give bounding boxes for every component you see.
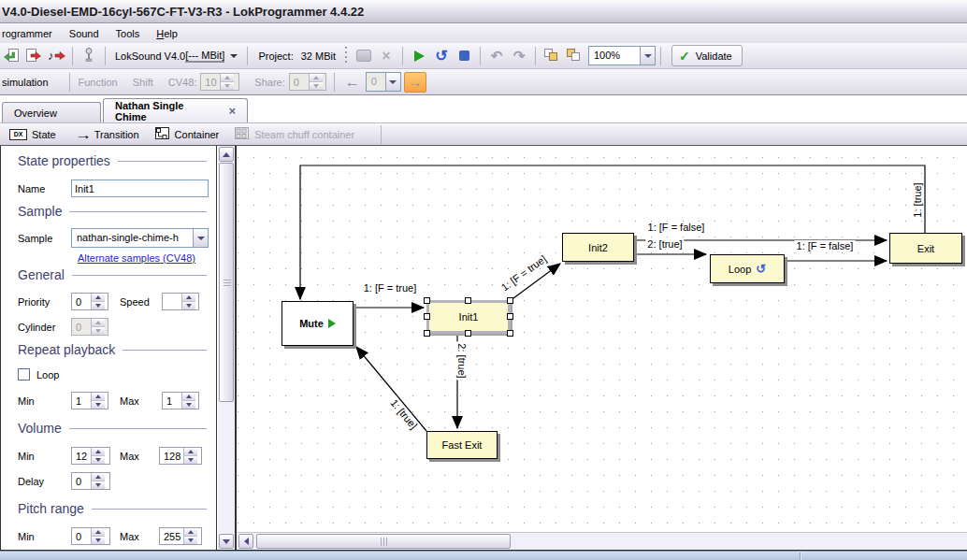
delay-stepper[interactable]: 0 bbox=[71, 472, 110, 490]
state-tool[interactable]: DX State bbox=[9, 129, 56, 140]
spin-down-icon[interactable] bbox=[92, 481, 105, 489]
name-row: Name bbox=[18, 179, 209, 197]
close-tab-icon[interactable]: × bbox=[228, 105, 236, 117]
spin-up-icon[interactable] bbox=[92, 473, 105, 481]
repeat-max-stepper[interactable]: 1 bbox=[162, 392, 199, 409]
sample-combobox[interactable]: nathan-single-chime-h bbox=[71, 228, 209, 248]
section-sample: Sample bbox=[18, 204, 207, 219]
validate-button[interactable]: ✓ Validate bbox=[671, 45, 743, 66]
diagram-canvas[interactable]: 1: [true]1: [F = true]1: [F = true]1: [F… bbox=[238, 146, 967, 532]
spin-up-icon[interactable] bbox=[92, 448, 105, 455]
selection-handle[interactable] bbox=[465, 330, 471, 337]
scroll-up-button[interactable] bbox=[219, 147, 234, 162]
scroll-down-button[interactable] bbox=[219, 534, 234, 549]
send-to-back-button[interactable] bbox=[564, 46, 585, 66]
bring-to-front-button[interactable] bbox=[541, 46, 562, 66]
export-sound-button[interactable]: ♪ bbox=[46, 46, 66, 66]
title-bar: V4.0-Diesel-EMD-16cyl-567C-FT-V3-R3 - Lo… bbox=[0, 0, 967, 23]
pitch-min-stepper[interactable]: 0 bbox=[71, 527, 110, 545]
speed-stepper[interactable] bbox=[162, 293, 199, 310]
share-value: 0 bbox=[290, 74, 309, 90]
tab-nathan-single-chime[interactable]: Nathan Single Chime × bbox=[103, 98, 248, 122]
zoom-combobox[interactable]: 100% bbox=[588, 46, 656, 65]
scrollbar-thumb[interactable] bbox=[256, 534, 511, 549]
state-node-exit[interactable]: Exit bbox=[889, 233, 962, 264]
step-dropdown-button bbox=[385, 73, 400, 91]
scroll-left-button[interactable] bbox=[238, 534, 253, 549]
loop-checkbox[interactable] bbox=[18, 368, 30, 381]
toolbar-grip[interactable] bbox=[345, 47, 349, 65]
main-area: State properties Name Sample Sample nath… bbox=[0, 146, 967, 551]
spin-up-icon[interactable] bbox=[184, 448, 197, 455]
spin-up-icon[interactable] bbox=[92, 294, 105, 301]
state-node-init1[interactable]: Init1 bbox=[426, 300, 511, 334]
transition-edge[interactable] bbox=[356, 347, 426, 431]
spin-down-icon[interactable] bbox=[92, 400, 105, 409]
repeat-min-stepper[interactable]: 1 bbox=[71, 392, 108, 409]
section-heading: Sample bbox=[18, 204, 62, 219]
state-node-init2[interactable]: Init2 bbox=[562, 233, 634, 262]
step-back-icon[interactable]: ← bbox=[339, 74, 366, 91]
cancel-icon: × bbox=[382, 49, 390, 64]
device-selector[interactable]: LokSound V4.0 [--- MBit] bbox=[110, 46, 242, 66]
toolbar-separator bbox=[660, 47, 661, 65]
play-button[interactable] bbox=[409, 46, 429, 66]
spin-down-icon[interactable] bbox=[182, 301, 195, 309]
spin-up-icon[interactable] bbox=[182, 393, 195, 400]
panel-vertical-scrollbar[interactable] bbox=[218, 146, 236, 550]
menu-help[interactable]: Help bbox=[148, 25, 186, 42]
redo-button: ↷ bbox=[509, 46, 529, 66]
selection-handle[interactable] bbox=[507, 313, 513, 320]
spin-up-icon bbox=[221, 74, 234, 81]
section-volume: Volume bbox=[18, 421, 207, 436]
transition-tool[interactable]: → Transition bbox=[77, 127, 139, 142]
selection-handle[interactable] bbox=[507, 330, 513, 337]
volume-max-stepper[interactable]: 128 bbox=[159, 447, 202, 465]
pitch-max-stepper[interactable]: 255 bbox=[159, 527, 202, 545]
menu-sound[interactable]: Sound bbox=[61, 25, 108, 42]
alternate-samples-link[interactable]: Alternate samples (CV48) bbox=[78, 252, 195, 264]
selection-handle[interactable] bbox=[424, 297, 430, 304]
spin-down-icon[interactable] bbox=[184, 536, 197, 544]
save-file-button[interactable] bbox=[23, 46, 44, 66]
priority-stepper[interactable]: 0 bbox=[71, 293, 108, 310]
spin-down-icon[interactable] bbox=[184, 455, 197, 464]
spin-up-icon[interactable] bbox=[182, 294, 195, 301]
state-node-loop[interactable]: Loop↺ bbox=[710, 254, 785, 283]
selection-handle[interactable] bbox=[424, 313, 430, 320]
properties-panel: State properties Name Sample Sample nath… bbox=[1, 146, 217, 550]
toolbar-separator bbox=[381, 125, 382, 144]
menu-tools[interactable]: Tools bbox=[108, 25, 149, 42]
spin-down-icon[interactable] bbox=[182, 400, 195, 409]
refresh-button[interactable]: ↺ bbox=[431, 46, 452, 66]
state-node-mute[interactable]: Mute bbox=[281, 301, 354, 346]
tab-overview[interactable]: Overview bbox=[2, 102, 101, 122]
state-node-label: Exit bbox=[917, 243, 934, 254]
spin-up-icon[interactable] bbox=[92, 393, 105, 400]
step-forward-button[interactable]: → bbox=[404, 72, 426, 93]
spin-up-icon[interactable] bbox=[184, 528, 197, 536]
volume-min-stepper[interactable]: 12 bbox=[71, 447, 110, 465]
state-node-fast-exit[interactable]: Fast Exit bbox=[426, 431, 498, 459]
canvas-horizontal-scrollbar[interactable] bbox=[238, 532, 967, 550]
spin-down-icon[interactable] bbox=[92, 455, 105, 464]
container-tool[interactable]: Container bbox=[154, 126, 220, 142]
bring-to-front-icon bbox=[544, 49, 559, 63]
toolbar-separator bbox=[402, 47, 403, 65]
scrollbar-thumb[interactable] bbox=[219, 163, 234, 402]
zoom-dropdown-button[interactable] bbox=[640, 47, 655, 65]
menu-programmer[interactable]: rogrammer bbox=[0, 25, 61, 42]
stop-button[interactable] bbox=[454, 46, 474, 66]
connect-decoder-button[interactable] bbox=[79, 46, 99, 66]
sample-dropdown-button[interactable] bbox=[193, 229, 208, 247]
name-input[interactable] bbox=[71, 179, 209, 197]
cylinder-stepper: 0 bbox=[71, 318, 108, 336]
write-decoder-button bbox=[354, 46, 374, 66]
selection-handle[interactable] bbox=[465, 297, 471, 304]
spin-down-icon[interactable] bbox=[92, 536, 105, 544]
spin-down-icon[interactable] bbox=[92, 301, 105, 309]
spin-up-icon[interactable] bbox=[92, 528, 105, 536]
open-file-button[interactable] bbox=[1, 46, 22, 66]
selection-handle[interactable] bbox=[424, 330, 430, 337]
selection-handle[interactable] bbox=[507, 297, 513, 304]
